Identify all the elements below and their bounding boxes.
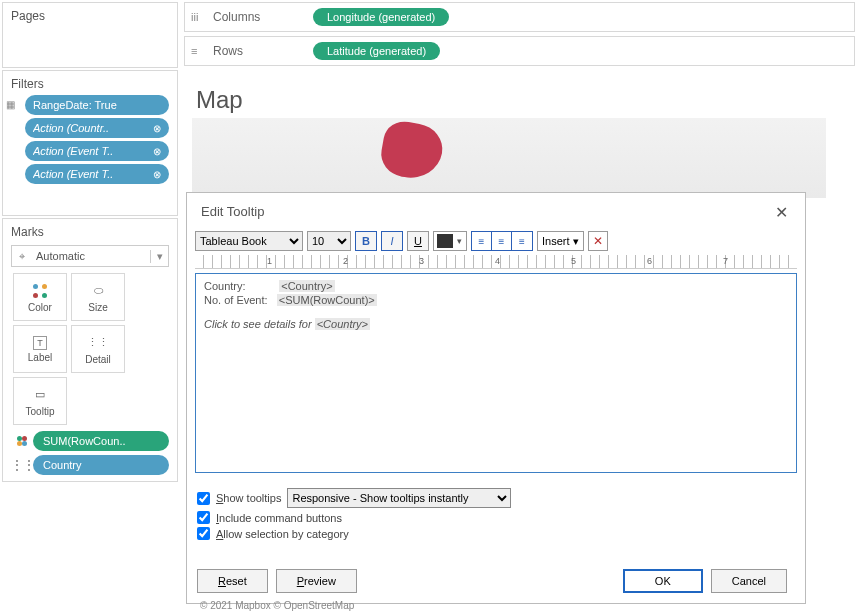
align-left-button[interactable]: ≡	[472, 232, 492, 250]
map-region[interactable]	[378, 118, 447, 183]
pages-panel: Pages	[2, 2, 178, 68]
font-color-picker[interactable]: ▾	[433, 231, 467, 251]
chevron-down-icon: ▾	[150, 250, 168, 263]
filter-pill-action-event-2[interactable]: Action (Event T.. ⊗	[25, 164, 169, 184]
map-canvas[interactable]	[192, 118, 826, 198]
insert-dropdown[interactable]: Insert ▾	[537, 231, 584, 251]
italic-button[interactable]: I	[381, 231, 403, 251]
bold-button[interactable]: B	[355, 231, 377, 251]
font-size-select[interactable]: 10	[307, 231, 351, 251]
pages-title: Pages	[11, 9, 169, 23]
marks-card-detail[interactable]: ⋮⋮ Detail	[71, 325, 125, 373]
filter-pill-action-country[interactable]: Action (Countr.. ⊗	[25, 118, 169, 138]
edit-tooltip-dialog: Edit Tooltip ✕ Tableau Book 10 B I U ▾ ≡…	[186, 192, 806, 604]
preview-button[interactable]: Preview	[276, 569, 357, 593]
rows-pill[interactable]: Latitude (generated)	[313, 42, 440, 60]
dialog-title: Edit Tooltip	[201, 204, 775, 219]
allow-selection-checkbox[interactable]	[197, 527, 210, 540]
ok-button[interactable]: OK	[623, 569, 703, 593]
marks-type-dropdown[interactable]: ⌖ Automatic ▾	[11, 245, 169, 267]
marks-card-color[interactable]: Color	[13, 273, 67, 321]
filter-pill-rangedate[interactable]: RangeDate: True	[25, 95, 169, 115]
rows-icon: ≡	[191, 45, 207, 57]
filter-pill-action-event-1[interactable]: Action (Event T.. ⊗	[25, 141, 169, 161]
toolbar: Tableau Book 10 B I U ▾ ≡ ≡ ≡ Insert ▾ ✕	[187, 227, 805, 255]
detail-icon: ⋮⋮	[11, 458, 33, 472]
align-center-button[interactable]: ≡	[492, 232, 512, 250]
rows-shelf[interactable]: ≡ Rows Latitude (generated)	[184, 36, 855, 66]
tooltip-icon: ▭	[35, 386, 45, 404]
color-icon	[33, 282, 47, 300]
font-name-select[interactable]: Tableau Book	[195, 231, 303, 251]
show-tooltips-label: Show tooltips	[216, 492, 281, 504]
label-icon: T	[33, 336, 47, 350]
filters-panel: Filters ▦ RangeDate: True Action (Countr…	[2, 70, 178, 216]
columns-icon: iii	[191, 11, 207, 23]
close-icon[interactable]: ✕	[775, 203, 791, 219]
marks-card-label[interactable]: T Label	[13, 325, 67, 373]
cancel-button[interactable]: Cancel	[711, 569, 787, 593]
link-icon: ⊗	[153, 169, 161, 180]
map-attribution: © 2021 Mapbox © OpenStreetMap	[200, 600, 354, 611]
columns-pill[interactable]: Longitude (generated)	[313, 8, 449, 26]
marks-card-tooltip[interactable]: ▭ Tooltip	[13, 377, 67, 425]
link-icon: ⊗	[153, 146, 161, 157]
columns-shelf[interactable]: iii Columns Longitude (generated)	[184, 2, 855, 32]
align-group: ≡ ≡ ≡	[471, 231, 533, 251]
align-right-button[interactable]: ≡	[512, 232, 532, 250]
show-tooltips-checkbox[interactable]	[197, 492, 210, 505]
ruler: 1 2 3 4 5 6 7	[195, 255, 797, 269]
tooltip-mode-select[interactable]: Responsive - Show tooltips instantly	[287, 488, 511, 508]
underline-button[interactable]: U	[407, 231, 429, 251]
size-icon: ⬭	[94, 282, 103, 300]
include-command-label: Include command buttons	[216, 512, 342, 524]
marks-title: Marks	[11, 225, 169, 239]
allow-selection-label: Allow selection by category	[216, 528, 349, 540]
tooltip-editor[interactable]: Country: <Country> No. of Event: <SUM(Ro…	[195, 273, 797, 473]
clear-button[interactable]: ✕	[588, 231, 608, 251]
marks-panel: Marks ⌖ Automatic ▾ Color ⬭ Size T Label…	[2, 218, 178, 482]
filters-title: Filters	[11, 77, 169, 91]
automatic-icon: ⌖	[12, 250, 32, 263]
context-icon: ▦	[6, 99, 15, 110]
include-command-checkbox[interactable]	[197, 511, 210, 524]
marks-card-size[interactable]: ⬭ Size	[71, 273, 125, 321]
marks-row-sum-rowcount[interactable]: SUM(RowCoun..	[11, 431, 169, 451]
detail-icon: ⋮⋮	[87, 334, 109, 352]
reset-button[interactable]: Reset	[197, 569, 268, 593]
marks-row-country[interactable]: ⋮⋮ Country	[11, 455, 169, 475]
view-title: Map	[196, 86, 243, 114]
link-icon: ⊗	[153, 123, 161, 134]
